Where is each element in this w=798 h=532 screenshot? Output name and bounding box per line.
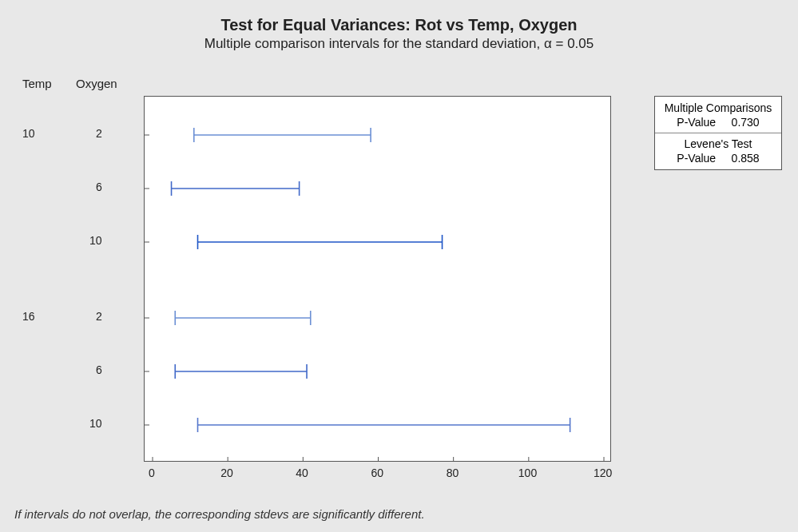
oxygen-row-4: 6 xyxy=(96,363,102,376)
factor2-header: Oxygen xyxy=(76,77,117,90)
mc-value: 0.730 xyxy=(732,116,760,129)
legend-divider xyxy=(655,133,781,133)
x-tick-label: 120 xyxy=(594,466,612,479)
x-tick-label: 100 xyxy=(518,466,537,479)
x-tick-label: 60 xyxy=(371,466,384,479)
oxygen-row-1: 6 xyxy=(96,181,102,193)
x-tick-label: 40 xyxy=(296,466,308,479)
plot-area xyxy=(144,96,611,462)
x-tick-label: 20 xyxy=(220,466,233,479)
levene-title: Levene's Test xyxy=(663,137,773,150)
levene-label: P-Value xyxy=(677,152,716,165)
temp-level-0: 10 xyxy=(22,127,35,140)
levene-row: P-Value 0.858 xyxy=(663,152,773,165)
oxygen-row-2: 10 xyxy=(89,234,102,247)
temp-level-1: 16 xyxy=(22,310,35,323)
oxygen-row-5: 10 xyxy=(89,417,102,430)
footnote: If intervals do not overlap, the corresp… xyxy=(14,507,425,521)
chart-subtitle: Multiple comparison intervals for the st… xyxy=(0,36,798,52)
factor1-header: Temp xyxy=(22,77,52,90)
oxygen-row-0: 2 xyxy=(96,127,102,140)
x-tick-label: 0 xyxy=(149,466,155,479)
mc-label: P-Value xyxy=(677,116,716,129)
levene-value: 0.858 xyxy=(732,152,760,165)
mc-row: P-Value 0.730 xyxy=(663,116,773,129)
x-tick-label: 80 xyxy=(447,466,459,479)
chart-title: Test for Equal Variances: Rot vs Temp, O… xyxy=(0,16,798,34)
oxygen-row-3: 2 xyxy=(96,310,102,323)
test-results-box: Multiple Comparisons P-Value 0.730 Leven… xyxy=(654,96,782,170)
mc-title: Multiple Comparisons xyxy=(663,101,773,114)
plot-svg xyxy=(145,97,612,463)
